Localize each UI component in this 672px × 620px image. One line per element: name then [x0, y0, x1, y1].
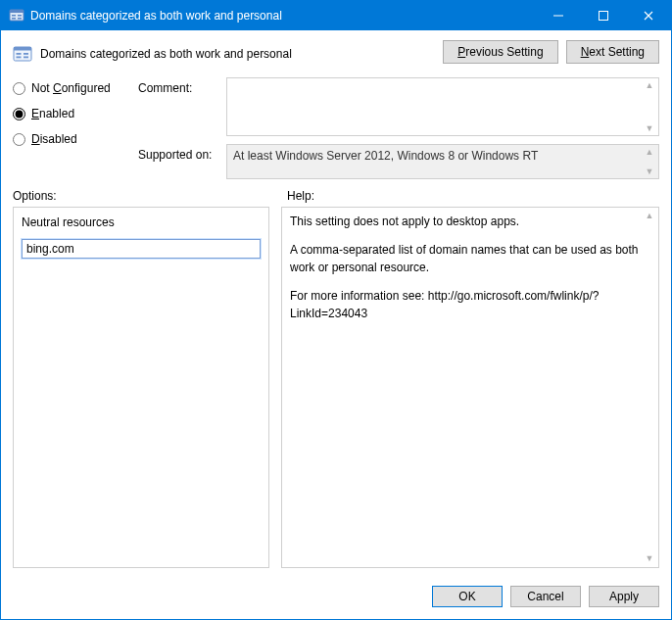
page-title: Domains categorized as both work and per…: [40, 47, 292, 61]
svg-rect-10: [17, 53, 22, 55]
supported-on-label: Supported on:: [138, 144, 216, 162]
dialog-footer: OK Cancel Apply: [1, 578, 671, 619]
apply-button[interactable]: Apply: [589, 586, 659, 607]
titlebar: Domains categorized as both work and per…: [1, 1, 671, 30]
help-panel: This setting does not apply to desktop a…: [281, 207, 659, 568]
svg-rect-11: [17, 57, 22, 59]
svg-rect-2: [12, 15, 16, 17]
radio-disabled-input[interactable]: [13, 133, 25, 146]
svg-rect-4: [18, 15, 22, 17]
svg-rect-1: [10, 10, 24, 13]
previous-setting-button[interactable]: Previous Setting: [443, 40, 557, 64]
comment-textarea[interactable]: ▲▼: [226, 77, 659, 136]
help-scrollbar[interactable]: ▲▼: [643, 210, 656, 565]
ok-button[interactable]: OK: [432, 586, 503, 607]
close-button[interactable]: [626, 1, 671, 30]
minimize-button[interactable]: [536, 1, 581, 30]
options-panel: Neutral resources: [13, 207, 269, 568]
supported-on-value: At least Windows Server 2012, Windows 8 …: [226, 144, 659, 179]
comment-scrollbar[interactable]: ▲▼: [643, 80, 656, 133]
help-text-2: A comma-separated list of domain names t…: [290, 242, 641, 276]
app-icon: [9, 8, 24, 24]
policy-state-group: Not Configured Enabled Disabled: [13, 77, 120, 179]
radio-not-configured[interactable]: Not Configured: [13, 81, 120, 95]
svg-rect-6: [553, 16, 563, 17]
options-heading: Options:: [13, 189, 269, 203]
svg-rect-13: [24, 57, 28, 59]
neutral-resources-input[interactable]: [22, 239, 261, 259]
svg-rect-7: [600, 12, 608, 21]
radio-enabled[interactable]: Enabled: [13, 107, 120, 120]
radio-not-configured-input[interactable]: [13, 82, 25, 95]
help-text-3: For more information see: http://go.micr…: [290, 288, 641, 322]
svg-rect-3: [12, 18, 16, 20]
svg-rect-9: [14, 47, 31, 51]
window-title: Domains categorized as both work and per…: [30, 9, 536, 23]
supported-scrollbar: ▲▼: [643, 147, 656, 176]
next-setting-button[interactable]: Next Setting: [566, 40, 659, 64]
radio-disabled[interactable]: Disabled: [13, 132, 120, 146]
comment-label: Comment:: [138, 77, 216, 95]
policy-icon: [13, 44, 32, 64]
neutral-resources-label: Neutral resources: [22, 215, 261, 229]
help-text-1: This setting does not apply to desktop a…: [290, 214, 641, 230]
cancel-button[interactable]: Cancel: [510, 586, 581, 607]
svg-rect-12: [24, 53, 28, 55]
radio-enabled-input[interactable]: [13, 108, 25, 120]
help-heading: Help:: [287, 189, 659, 203]
svg-rect-5: [18, 18, 22, 20]
window-controls: [536, 1, 671, 30]
maximize-button[interactable]: [581, 1, 626, 30]
